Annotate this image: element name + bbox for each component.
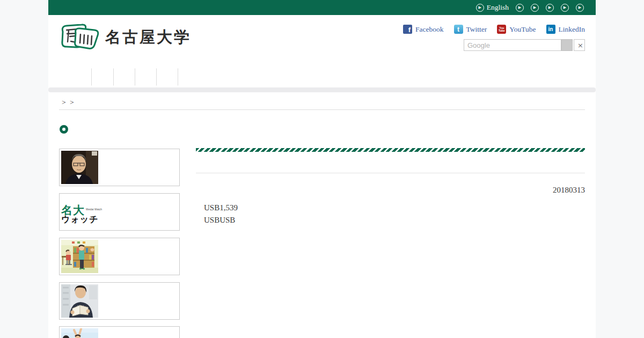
students-jumping-photo (61, 328, 98, 338)
student-reading-photo (61, 284, 98, 318)
circle-arrow-icon[interactable]: ▶ (576, 4, 584, 12)
linkedin-link[interactable]: in LinkedIn (546, 25, 586, 34)
circle-arrow-icon[interactable]: ▶ (531, 4, 539, 12)
nav-separator (91, 69, 92, 85)
president-photo (61, 151, 98, 184)
youtube-label: YouTube (509, 25, 536, 34)
sidebar-banner-president[interactable] (59, 149, 180, 186)
nav-separator (156, 69, 157, 85)
english-label: English (487, 3, 509, 12)
nav-bottom-bar (48, 87, 596, 92)
nav-separator (113, 69, 114, 85)
nav-separator (135, 69, 135, 85)
circle-arrow-icon: ▶ (476, 4, 484, 12)
english-link[interactable]: ▶ English (476, 3, 509, 12)
breadcrumb: > > (62, 98, 75, 107)
circle-arrow-icon[interactable]: ▶ (546, 4, 554, 12)
article-text-line: USBUSB (204, 216, 235, 225)
youtube-icon: YouTube (497, 25, 506, 34)
sidebar-banner-students-jumping[interactable] (59, 326, 180, 338)
sidebar-banner-meidai-watch[interactable]: 名大 Meidai Watch ウォッチ (59, 193, 180, 231)
breadcrumb-divider (59, 109, 585, 110)
clear-search-button[interactable]: × (574, 39, 585, 51)
university-logo[interactable]: 名古屋大学 (59, 24, 191, 52)
facebook-link[interactable]: f Facebook (403, 25, 443, 34)
twitter-label: Twitter (466, 25, 487, 34)
circle-arrow-icon[interactable]: ▶ (516, 4, 524, 12)
article-divider (196, 173, 585, 173)
article-text-line: USB1,539 (204, 203, 238, 212)
page: ▶ English ▶ ▶ ▶ ▶ ▶ 名古屋大学 f Facebook t T… (0, 0, 644, 338)
sidebar-banner-student-reading[interactable] (59, 282, 180, 320)
university-name: 名古屋大学 (105, 27, 191, 48)
facebook-icon: f (403, 25, 412, 34)
linkedin-label: LinkedIn (559, 25, 586, 34)
nav-separator (178, 69, 178, 85)
page-title-bullet-icon (60, 125, 68, 134)
site-search: × (464, 39, 585, 51)
article-top-stripe (196, 148, 585, 152)
top-utility-bar: ▶ English ▶ ▶ ▶ ▶ ▶ (48, 0, 596, 15)
twitter-icon: t (454, 25, 463, 34)
social-links: f Facebook t Twitter YouTube YouTube in … (403, 25, 585, 34)
search-button[interactable] (561, 39, 573, 51)
university-emblem-icon (59, 24, 100, 52)
sidebar-banner-illustration[interactable] (59, 238, 180, 275)
circle-arrow-icon[interactable]: ▶ (561, 4, 569, 12)
article-date: 20180313 (196, 186, 585, 195)
meidai-watch-logo: 名大 Meidai Watch ウォッチ (61, 191, 178, 224)
campus-illustration (61, 240, 98, 273)
youtube-link[interactable]: YouTube YouTube (497, 25, 536, 34)
search-input[interactable] (464, 39, 561, 51)
twitter-link[interactable]: t Twitter (454, 25, 487, 34)
linkedin-icon: in (546, 25, 555, 34)
facebook-label: Facebook (415, 25, 443, 34)
